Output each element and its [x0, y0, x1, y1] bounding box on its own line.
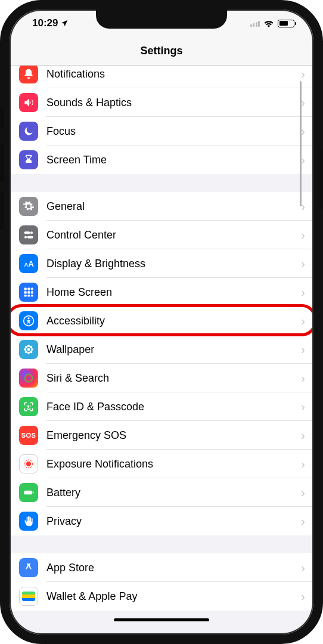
row-label: Screen Time: [46, 154, 301, 166]
page-title: Settings: [140, 45, 182, 57]
chevron-right-icon: ›: [301, 457, 305, 471]
text-size-icon: AA: [19, 254, 38, 273]
exposure-icon: [19, 454, 38, 473]
speaker-icon: [19, 93, 38, 112]
settings-row-focus[interactable]: Focus›: [10, 117, 313, 145]
chevron-right-icon: ›: [301, 228, 305, 242]
settings-row-wallet[interactable]: Wallet & Apple Pay›: [10, 582, 313, 611]
hourglass-icon: [19, 150, 38, 169]
settings-row-privacy[interactable]: Privacy›: [10, 507, 313, 535]
switches-icon: [19, 225, 38, 244]
svg-text:A: A: [28, 259, 34, 268]
wifi-icon: [263, 19, 274, 27]
siri-icon: [19, 369, 38, 388]
status-time: 10:29: [32, 17, 58, 29]
chevron-right-icon: ›: [301, 125, 305, 138]
flower-icon: [19, 340, 38, 359]
settings-row-screentime[interactable]: Screen Time›: [10, 145, 313, 174]
row-label: Face ID & Passcode: [46, 401, 301, 413]
settings-row-faceid[interactable]: Face ID & Passcode›: [10, 392, 313, 421]
svg-point-25: [30, 351, 32, 353]
svg-point-20: [24, 348, 26, 351]
svg-point-1: [30, 231, 33, 234]
faceid-icon: [19, 397, 38, 416]
row-label: Display & Brightness: [46, 258, 301, 270]
chevron-right-icon: ›: [301, 153, 305, 167]
settings-group: Notifications›Sounds & Haptics›Focus›Scr…: [10, 66, 313, 174]
row-label: Accessibility: [46, 315, 301, 327]
svg-rect-8: [31, 288, 33, 290]
hand-icon: [19, 512, 38, 531]
settings-row-siri[interactable]: Siri & Search›: [10, 364, 313, 392]
row-label: App Store: [46, 562, 301, 574]
svg-point-27: [26, 462, 31, 466]
chevron-right-icon: ›: [301, 257, 305, 271]
gear-icon: [19, 197, 38, 216]
row-label: Sounds & Haptics: [46, 97, 301, 109]
settings-group: App Store›Wallet & Apple Pay›: [10, 553, 313, 611]
settings-row-appstore[interactable]: App Store›: [10, 553, 313, 582]
chevron-right-icon: ›: [301, 486, 305, 500]
settings-row-battery[interactable]: Battery›: [10, 478, 313, 507]
svg-point-26: [24, 374, 33, 383]
row-label: General: [46, 200, 301, 213]
chevron-right-icon: ›: [301, 561, 305, 575]
svg-rect-12: [24, 295, 27, 296]
chevron-right-icon: ›: [301, 429, 305, 442]
sos-icon: SOS: [19, 426, 38, 445]
svg-rect-2: [27, 236, 33, 239]
chevron-right-icon: ›: [301, 400, 305, 414]
svg-point-24: [25, 351, 27, 353]
row-label: Wallpaper: [46, 343, 301, 356]
svg-rect-14: [31, 295, 33, 296]
chevron-right-icon: ›: [301, 590, 305, 603]
chevron-right-icon: ›: [301, 67, 305, 81]
svg-point-18: [27, 345, 30, 347]
settings-row-exposure[interactable]: Exposure Notifications›: [10, 450, 313, 478]
settings-row-sos[interactable]: SOSEmergency SOS›: [10, 421, 313, 450]
svg-rect-13: [27, 295, 30, 296]
moon-icon: [19, 122, 38, 141]
chevron-right-icon: ›: [301, 314, 305, 328]
settings-row-accessibility[interactable]: Accessibility›: [10, 306, 313, 335]
row-label: Siri & Search: [46, 372, 301, 385]
svg-rect-9: [24, 291, 27, 293]
grid-icon: [19, 283, 38, 302]
row-label: Battery: [46, 487, 301, 499]
svg-rect-10: [27, 291, 30, 293]
nav-header: Settings: [10, 37, 313, 66]
settings-row-controlcenter[interactable]: Control Center›: [10, 221, 313, 249]
row-label: Home Screen: [46, 286, 301, 299]
settings-scroll[interactable]: Notifications›Sounds & Haptics›Focus›Scr…: [10, 66, 313, 634]
svg-rect-7: [27, 288, 30, 290]
svg-rect-29: [24, 491, 32, 495]
svg-point-19: [27, 352, 30, 354]
svg-point-3: [24, 236, 27, 239]
settings-row-display[interactable]: AADisplay & Brightness›: [10, 249, 313, 278]
settings-row-homescreen[interactable]: Home Screen›: [10, 278, 313, 306]
settings-row-general[interactable]: General›: [10, 192, 313, 221]
row-label: Emergency SOS: [46, 429, 301, 442]
chevron-right-icon: ›: [301, 96, 305, 110]
chevron-right-icon: ›: [301, 200, 305, 213]
accessibility-icon: [19, 311, 38, 330]
chevron-right-icon: ›: [301, 286, 305, 299]
row-label: Control Center: [46, 229, 301, 242]
row-label: Exposure Notifications: [46, 458, 301, 470]
svg-point-21: [31, 348, 33, 351]
settings-group: General›Control Center›AADisplay & Brigh…: [10, 192, 313, 535]
bell-icon: [19, 66, 38, 83]
appstore-icon: [19, 558, 38, 577]
scroll-indicator[interactable]: [300, 81, 302, 206]
settings-row-wallpaper[interactable]: Wallpaper›: [10, 335, 313, 364]
settings-row-notifications[interactable]: Notifications›: [10, 66, 313, 88]
settings-row-sounds[interactable]: Sounds & Haptics›: [10, 88, 313, 117]
svg-point-16: [27, 317, 29, 319]
svg-rect-6: [24, 288, 27, 290]
row-label: Notifications: [46, 68, 301, 80]
svg-point-22: [25, 346, 27, 348]
home-indicator[interactable]: [114, 618, 209, 621]
row-label: Focus: [46, 125, 301, 138]
battery-icon: [278, 20, 294, 27]
wallet-icon: [19, 587, 38, 606]
